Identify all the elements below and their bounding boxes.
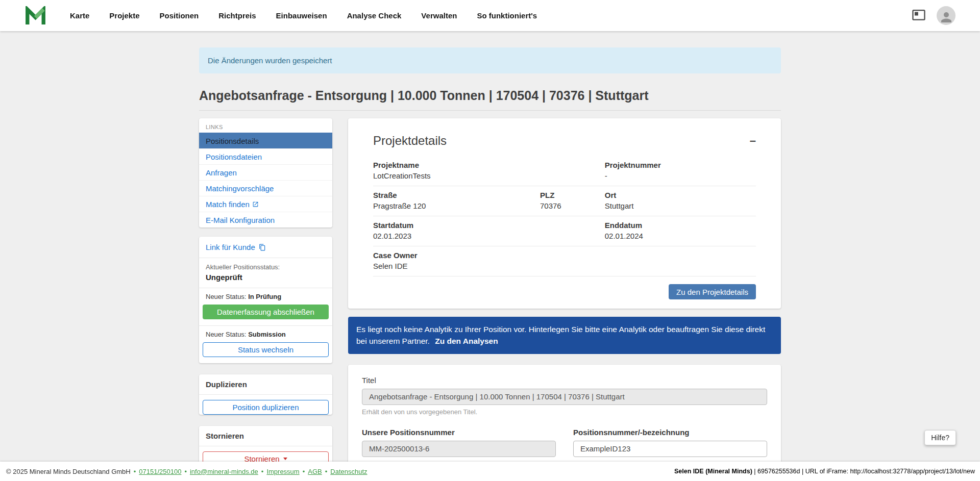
session-user: Selen IDE (Mineral Minds) (674, 468, 752, 475)
page-title: Angebotsanfrage - Entsorgung | 10.000 To… (199, 88, 781, 103)
current-status-label: Aktueller Positionsstatus: (206, 263, 326, 271)
project-row-2: Straße Pragstraße 120 PLZ 70376 Ort Stut… (373, 186, 756, 216)
brand-logo[interactable] (25, 6, 46, 25)
datenschutz-link[interactable]: Datenschutz (330, 468, 367, 475)
sidebar-item-label: E-Mail Konfiguration (206, 216, 275, 224)
copyright-text: © 2025 Mineral Minds Deutschland GmbH (6, 468, 131, 475)
app-header: Karte Projekte Positionen Richtpreis Ein… (0, 0, 980, 31)
projektname-label: Projektname (373, 161, 605, 169)
sidebar-item-anfragen[interactable]: Anfragen (199, 164, 332, 180)
sidebar-item-label: Anfragen (206, 168, 237, 177)
cancel-heading: Stornieren (199, 426, 332, 446)
help-button[interactable]: Hilfe? (924, 430, 956, 445)
panel-icon[interactable] (912, 10, 926, 21)
project-details-title: Projektdetails (373, 134, 447, 148)
sidebar-item-positionsdateien[interactable]: Positionsdateien (199, 148, 332, 164)
titel-helper: Erhält den von uns vorgegebenen Titel. (362, 408, 767, 416)
sidebar-item-email-konfiguration[interactable]: E-Mail Konfiguration (199, 212, 332, 227)
current-status-block: Aktueller Positionsstatus: Ungeprüft (199, 258, 332, 288)
separator-dot: • (303, 468, 305, 475)
sidebar-item-label: Match finden (206, 200, 250, 209)
customer-link-label: Link für Kunde (206, 243, 255, 251)
external-link-icon (252, 201, 259, 208)
nav-item-projekte[interactable]: Projekte (109, 11, 139, 20)
nav-item-verwalten[interactable]: Verwalten (421, 11, 457, 20)
complete-data-entry-button[interactable]: Datenerfassung abschließen (203, 305, 329, 319)
session-info: Selen IDE (Mineral Minds) | 69576255536d… (674, 468, 975, 475)
links-header: LINKS (199, 118, 332, 133)
sidebar-item-matchingvorschlaege[interactable]: Matchingvorschläge (199, 180, 332, 196)
positionsnummer-bezeichnung-input[interactable] (573, 441, 767, 457)
cancel-card: Stornieren Stornieren (199, 426, 332, 466)
strasse-value: Pragstraße 120 (373, 201, 540, 210)
footer-links: © 2025 Mineral Minds Deutschland GmbH • … (6, 468, 368, 475)
sidebar-item-match-finden[interactable]: Match finden (199, 196, 332, 212)
nav-item-so-funktionierts[interactable]: So funktioniert's (477, 11, 537, 20)
sidebar-item-positionsdetails[interactable]: Positionsdetails (199, 133, 332, 148)
duplicate-position-button[interactable]: Position duplizieren (203, 400, 329, 415)
phone-link[interactable]: 07151/250100 (139, 468, 181, 475)
plz-value: 70376 (540, 201, 605, 210)
agb-link[interactable]: AGB (308, 468, 322, 475)
next-status-text: Neuer Status: In Prüfung (203, 293, 329, 300)
project-row-1: Projektname LotCreationTests Projektnumm… (373, 156, 756, 186)
links-card: LINKS Positionsdetails Positionsdateien … (199, 118, 332, 227)
startdatum-value: 02.01.2023 (373, 232, 605, 240)
switch-status-button[interactable]: Status wechseln (203, 342, 329, 357)
positionsnummer-bezeichnung-label: Positionsnummer/-bezeichnung (573, 428, 767, 437)
startdatum-label: Startdatum (373, 221, 605, 230)
nav-item-richtpreis[interactable]: Richtpreis (218, 11, 256, 20)
next-status-block-1: Neuer Status: In Prüfung Datenerfassung … (199, 288, 332, 326)
case-owner-label: Case Owner (373, 251, 605, 260)
sidebar-item-label: Positionsdateien (206, 153, 262, 161)
analytics-banner-text: Es liegt noch keine Analytik zu Ihrer Po… (356, 325, 765, 345)
ort-label: Ort (605, 191, 756, 199)
projektnummer-label: Projektnummer (605, 161, 756, 169)
title-divider (199, 110, 781, 111)
projektnummer-value: - (605, 171, 756, 180)
email-link[interactable]: info@mineral-minds.de (190, 468, 258, 475)
nav-item-positionen[interactable]: Positionen (160, 11, 199, 20)
nav-item-einbauweisen[interactable]: Einbauweisen (276, 11, 327, 20)
enddatum-value: 02.01.2024 (605, 232, 756, 240)
analytics-banner: Es liegt noch keine Analytik zu Ihrer Po… (348, 317, 781, 354)
project-details-button[interactable]: Zu den Projektdetails (669, 284, 756, 299)
current-status-value: Ungeprüft (206, 273, 326, 282)
customer-link[interactable]: Link für Kunde (199, 237, 332, 258)
collapse-button[interactable]: – (750, 135, 756, 146)
nav-item-analyse-check[interactable]: Analyse Check (347, 11, 402, 20)
project-row-4: Case Owner Selen IDE (373, 246, 756, 276)
user-avatar[interactable] (937, 6, 955, 25)
unsere-positionsnummer-label: Unsere Positionsnummer (362, 428, 556, 437)
ort-value: Stuttgart (605, 201, 756, 210)
caret-down-icon (283, 458, 287, 460)
sidebar: LINKS Positionsdetails Positionsdateien … (199, 118, 332, 473)
success-alert-text: Die Änderungen wurden gespeichert (208, 56, 332, 65)
nav-item-karte[interactable]: Karte (70, 11, 89, 20)
main-nav: Karte Projekte Positionen Richtpreis Ein… (70, 11, 537, 20)
project-details-card: Projektdetails – Projektname LotCreation… (348, 118, 781, 309)
projektname-value: LotCreationTests (373, 171, 605, 180)
sidebar-item-label: Matchingvorschläge (206, 184, 274, 193)
brand-logo-icon (25, 6, 46, 25)
enddatum-label: Enddatum (605, 221, 756, 230)
project-row-3: Startdatum 02.01.2023 Enddatum 02.01.202… (373, 216, 756, 246)
unsere-positionsnummer-input (362, 441, 556, 457)
separator-dot: • (261, 468, 264, 475)
next-status-text: Neuer Status: Submission (203, 331, 329, 338)
copy-icon (259, 244, 266, 251)
case-owner-value: Selen IDE (373, 262, 605, 270)
separator-dot: • (184, 468, 187, 475)
session-details: | 69576255536d | URL of iFrame: http://l… (752, 468, 975, 475)
success-alert: Die Änderungen wurden gespeichert (199, 47, 781, 73)
impressum-link[interactable]: Impressum (266, 468, 299, 475)
separator-dot: • (325, 468, 328, 475)
next-status-block-2: Neuer Status: Submission Status wechseln (199, 326, 332, 363)
duplicate-heading: Duplizieren (199, 374, 332, 395)
appbar-actions (912, 6, 955, 25)
footer: © 2025 Mineral Minds Deutschland GmbH • … (0, 462, 980, 481)
status-card: Link für Kunde Aktueller Positionsstatus… (199, 237, 332, 363)
project-fields: Projektname LotCreationTests Projektnumm… (373, 156, 756, 276)
analytics-link[interactable]: Zu den Analysen (435, 337, 498, 345)
separator-dot: • (134, 468, 136, 475)
